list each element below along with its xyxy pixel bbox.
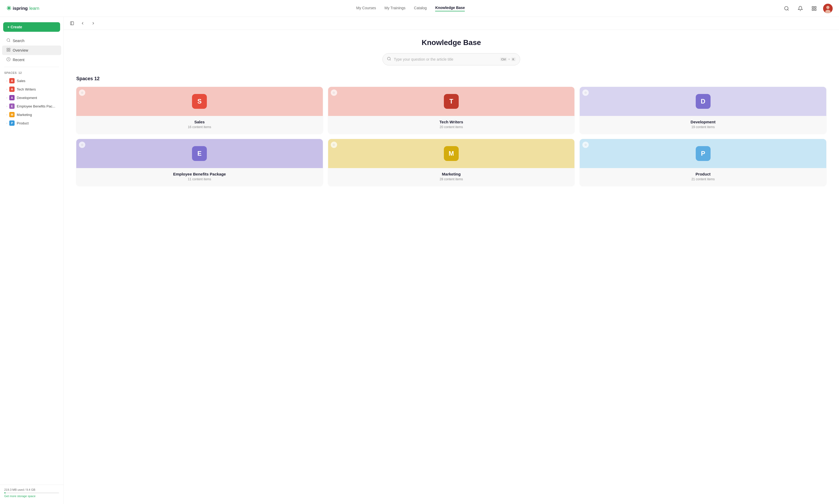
app-layout: + Create Search Overview Recent SPACES 1… xyxy=(0,17,839,504)
nav-knowledge-base[interactable]: Knowledge Base xyxy=(435,5,465,12)
get-more-storage-link[interactable]: Get more storage space xyxy=(4,494,59,498)
search-shortcut: Ctrl + K xyxy=(500,57,516,61)
svg-rect-9 xyxy=(7,48,8,50)
sidebar-space-employee-label: Employee Benefits Pac... xyxy=(17,104,55,108)
knowledge-search-icon xyxy=(387,57,391,62)
create-button[interactable]: + Create xyxy=(3,22,60,32)
card-icon-employee-benefits: E xyxy=(192,146,207,161)
card-header-marketing: ☆ M xyxy=(328,139,575,168)
star-icon-product[interactable]: ☆ xyxy=(582,142,589,148)
sidebar-space-marketing-label: Marketing xyxy=(17,113,32,117)
toolbar xyxy=(64,17,839,30)
card-body-tech-writers: Tech Writers 20 content items xyxy=(328,116,575,134)
storage-text: 219.3 MB used / 9.4 GB xyxy=(4,488,59,491)
space-card-employee-benefits[interactable]: ☆ E Employee Benefits Package 11 content… xyxy=(76,139,323,186)
card-name-development: Development xyxy=(584,120,822,124)
sidebar-space-sales-label: Sales xyxy=(17,79,25,83)
card-header-employee-benefits: ☆ E xyxy=(76,139,323,168)
space-avatar-marketing: M xyxy=(9,112,15,117)
sidebar: + Create Search Overview Recent SPACES 1… xyxy=(0,17,64,504)
nav-catalog[interactable]: Catalog xyxy=(414,6,427,11)
svg-rect-4 xyxy=(815,9,816,10)
notification-icon-btn[interactable] xyxy=(796,4,805,13)
sidebar-space-product[interactable]: › P Product xyxy=(2,119,61,127)
card-body-marketing: Marketing 28 content items xyxy=(328,168,575,186)
svg-rect-14 xyxy=(70,22,74,25)
spaces-header-label: SPACES xyxy=(4,71,17,74)
main-inner: Knowledge Base Type your question or the… xyxy=(64,30,839,194)
shortcut-plus: + xyxy=(508,57,510,61)
logo-ispring-text: ispring xyxy=(13,6,28,11)
sidebar-overview-label: Overview xyxy=(13,48,28,52)
sidebar-search-label: Search xyxy=(13,39,24,43)
sidebar-space-tech-writers[interactable]: › A Tech Writers xyxy=(2,85,61,93)
overview-icon xyxy=(6,48,11,53)
star-icon-marketing[interactable]: ☆ xyxy=(331,142,337,148)
sidebar-divider xyxy=(4,67,59,67)
sidebar-recent-label: Recent xyxy=(13,58,24,62)
chevron-icon: › xyxy=(6,105,7,108)
card-icon-product: P xyxy=(696,146,711,161)
sidebar-space-sales[interactable]: › A Sales xyxy=(2,76,61,85)
card-count-marketing: 28 content items xyxy=(332,177,570,181)
grid-icon-btn[interactable] xyxy=(809,4,819,13)
svg-point-15 xyxy=(388,57,390,60)
sidebar-space-marketing[interactable]: › M Marketing xyxy=(2,110,61,119)
space-avatar-tech-writers: A xyxy=(9,87,15,92)
card-header-tech-writers: ☆ T xyxy=(328,87,575,116)
main-content: Knowledge Base Type your question or the… xyxy=(64,17,839,504)
top-nav: ✳ ispring learn My Courses My Trainings … xyxy=(0,0,839,17)
sidebar-space-development[interactable]: › A Development xyxy=(2,93,61,102)
card-header-product: ☆ P xyxy=(580,139,826,168)
svg-rect-1 xyxy=(812,6,814,8)
space-avatar-sales: A xyxy=(9,78,15,84)
nav-my-courses[interactable]: My Courses xyxy=(356,6,376,11)
card-count-tech-writers: 20 content items xyxy=(332,125,570,129)
back-button[interactable] xyxy=(78,19,87,28)
spaces-section-title: Spaces 12 xyxy=(76,76,826,82)
space-card-development[interactable]: ☆ D Development 19 content items xyxy=(580,87,826,134)
sidebar-footer: 219.3 MB used / 9.4 GB Get more storage … xyxy=(0,485,63,501)
card-body-development: Development 19 content items xyxy=(580,116,826,134)
logo[interactable]: ✳ ispring learn xyxy=(6,5,39,12)
card-name-product: Product xyxy=(584,172,822,176)
space-card-sales[interactable]: ☆ S Sales 16 content items xyxy=(76,87,323,134)
sidebar-space-product-label: Product xyxy=(17,121,29,125)
search-icon-btn[interactable] xyxy=(782,4,791,13)
spaces-header: SPACES 12 xyxy=(0,69,63,76)
card-name-marketing: Marketing xyxy=(332,172,570,176)
chevron-icon: › xyxy=(6,122,7,125)
knowledge-search-input[interactable]: Type your question or the article title xyxy=(394,57,497,61)
sidebar-item-overview[interactable]: Overview xyxy=(2,46,61,55)
nav-links: My Courses My Trainings Catalog Knowledg… xyxy=(356,5,465,12)
sidebar-space-employee-benefits[interactable]: › E Employee Benefits Pac... xyxy=(2,102,61,110)
sidebar-item-search[interactable]: Search xyxy=(2,36,61,46)
space-card-tech-writers[interactable]: ☆ T Tech Writers 20 content items xyxy=(328,87,575,134)
forward-button[interactable] xyxy=(89,19,97,28)
star-icon-employee-benefits[interactable]: ☆ xyxy=(79,142,85,148)
space-card-marketing[interactable]: ☆ M Marketing 28 content items xyxy=(328,139,575,186)
svg-point-8 xyxy=(7,39,10,41)
svg-rect-2 xyxy=(815,6,816,8)
chevron-icon: › xyxy=(6,113,7,116)
panel-toggle-button[interactable] xyxy=(68,19,76,28)
card-count-employee-benefits: 11 content items xyxy=(81,177,319,181)
knowledge-search-bar[interactable]: Type your question or the article title … xyxy=(382,53,520,66)
svg-rect-12 xyxy=(9,50,10,51)
recent-icon xyxy=(6,57,11,62)
card-icon-tech-writers: T xyxy=(444,94,459,109)
storage-fill xyxy=(4,492,5,493)
storage-bar xyxy=(4,492,59,493)
nav-my-trainings[interactable]: My Trainings xyxy=(385,6,406,11)
card-icon-sales: S xyxy=(192,94,207,109)
star-icon-sales[interactable]: ☆ xyxy=(79,89,85,96)
space-avatar-development: A xyxy=(9,95,15,100)
space-card-product[interactable]: ☆ P Product 21 content items xyxy=(580,139,826,186)
star-icon-tech-writers[interactable]: ☆ xyxy=(331,89,337,96)
star-icon-development[interactable]: ☆ xyxy=(582,89,589,96)
user-avatar[interactable] xyxy=(823,4,833,13)
sidebar-item-recent[interactable]: Recent xyxy=(2,55,61,65)
sidebar-space-tech-writers-label: Tech Writers xyxy=(17,87,36,91)
card-count-product: 21 content items xyxy=(584,177,822,181)
logo-asterisk: ✳ xyxy=(6,5,11,12)
